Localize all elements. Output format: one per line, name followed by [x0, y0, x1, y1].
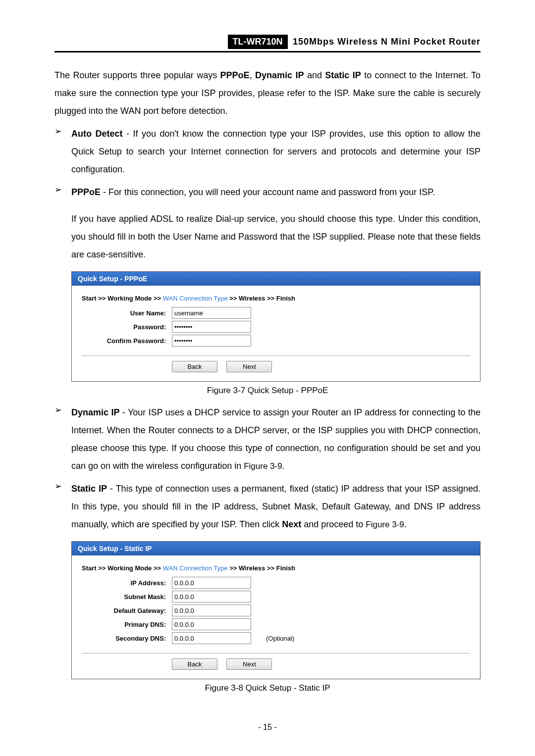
row-subnet-mask: Subnet Mask: — [82, 591, 470, 603]
intro-paragraph: The Router supports three popular ways P… — [54, 66, 481, 120]
figure-caption-3-8: Figure 3-8 Quick Setup - Static IP — [54, 683, 481, 693]
secondary-dns-label: Secondary DNS: — [82, 635, 172, 642]
figure-title: Quick Setup - Static IP — [72, 542, 480, 555]
row-primary-dns: Primary DNS: — [82, 618, 470, 630]
row-password: Password: — [82, 321, 470, 333]
bullet-static-ip: ➢ Static IP - This type of connection us… — [54, 480, 481, 533]
next-button[interactable]: Next — [226, 361, 272, 372]
confirm-password-input[interactable] — [172, 335, 251, 347]
optional-label: (Optional) — [266, 635, 294, 642]
bullet-dynamic-ip: ➢ Dynamic IP - Your ISP uses a DHCP serv… — [54, 403, 481, 475]
primary-dns-input[interactable] — [172, 618, 251, 630]
password-label: Password: — [82, 323, 172, 331]
bullet-arrow-icon: ➢ — [54, 480, 71, 533]
confirm-password-label: Confirm Password: — [82, 337, 172, 345]
secondary-dns-input[interactable] — [172, 632, 251, 644]
ip-address-label: IP Address: — [82, 579, 172, 587]
row-username: User Name: — [82, 307, 470, 319]
bullet-auto-detect: ➢ Auto Detect - If you don't know the co… — [54, 125, 481, 178]
default-gateway-label: Default Gateway: — [82, 607, 172, 614]
username-input[interactable] — [172, 307, 251, 319]
row-secondary-dns: Secondary DNS: (Optional) — [82, 632, 470, 644]
back-button[interactable]: Back — [172, 361, 217, 372]
bullet-pppoe: ➢ PPPoE - For this connection, you will … — [54, 183, 481, 263]
row-ip-address: IP Address: — [82, 577, 470, 589]
row-confirm-password: Confirm Password: — [82, 335, 470, 347]
subnet-mask-label: Subnet Mask: — [82, 593, 172, 601]
bullet-arrow-icon: ➢ — [54, 403, 71, 475]
primary-dns-label: Primary DNS: — [82, 621, 172, 628]
figure-static-ip: Quick Setup - Static IP Start >> Working… — [71, 541, 481, 679]
default-gateway-input[interactable] — [172, 605, 251, 616]
figure-pppoe: Quick Setup - PPPoE Start >> Working Mod… — [71, 271, 481, 382]
subnet-mask-input[interactable] — [172, 591, 251, 603]
figure-caption-3-7: Figure 3-7 Quick Setup - PPPoE — [54, 386, 481, 396]
bullet-arrow-icon: ➢ — [54, 125, 71, 178]
breadcrumb: Start >> Working Mode >> WAN Connection … — [82, 564, 470, 572]
ip-address-input[interactable] — [172, 577, 251, 589]
page-number: - 15 - — [54, 723, 481, 732]
back-button[interactable]: Back — [172, 658, 217, 670]
breadcrumb: Start >> Working Mode >> WAN Connection … — [82, 295, 470, 302]
bullet-arrow-icon: ➢ — [54, 183, 71, 263]
username-label: User Name: — [82, 309, 172, 317]
page-header: TL-WR710N 150Mbps Wireless N Mini Pocket… — [54, 35, 481, 52]
model-badge: TL-WR710N — [228, 35, 288, 49]
row-default-gateway: Default Gateway: — [82, 605, 470, 616]
next-button[interactable]: Next — [226, 658, 272, 670]
figure-title: Quick Setup - PPPoE — [72, 272, 480, 286]
password-input[interactable] — [172, 321, 251, 333]
model-desc: 150Mbps Wireless N Mini Pocket Router — [293, 37, 481, 47]
